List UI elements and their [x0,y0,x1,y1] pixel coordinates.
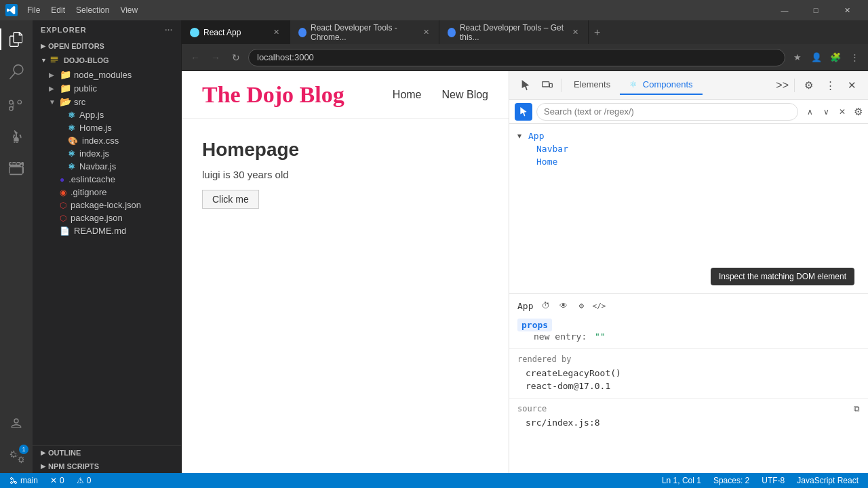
activity-explorer[interactable] [0,23,33,56]
activity-search[interactable] [0,56,33,88]
app-body: 1 EXPLORER ··· ▶ OPEN EDITORS ▼ DOJO-BLO… [0,20,868,473]
status-position[interactable]: Ln 1, Col 1 [659,476,704,485]
status-errors[interactable]: ✕ 0 [47,476,67,485]
forward-button[interactable]: → [208,49,224,66]
npm-scripts-section[interactable]: ▶ NPM SCRIPTS [33,460,181,473]
search-settings-button[interactable]: ⚙ [854,106,863,118]
branch-icon [9,476,18,485]
sidebar-item-home-js[interactable]: ▶ ⚛ Home.js [33,121,181,134]
toolbar-separator-2 [794,79,795,92]
browser-tab-devtools-1[interactable]: React Developer Tools - Chrome... ✕ [290,20,439,44]
devtools-settings-button[interactable]: ⚙ [797,75,819,96]
webpage-nav: The Dojo Blog Home New Blog [182,71,509,119]
sidebar-item-label: App.js [79,110,104,120]
back-button[interactable]: ← [187,49,203,66]
responsive-mode-button[interactable] [536,75,558,96]
components-tab-label: Components [643,79,693,89]
devtools-search-input[interactable] [536,103,798,121]
sidebar-item-package-json[interactable]: ▶ ⬡ package.json [33,211,181,224]
menu-selection[interactable]: Selection [72,4,113,16]
sidebar-item-app-js[interactable]: ▶ ⚛ App.js [33,108,181,121]
search-clear-button[interactable]: ✕ [835,104,850,119]
sidebar-item-gitignore[interactable]: ▶ ◉ .gitignore [33,186,181,199]
explorer-more[interactable]: ··· [165,26,173,34]
copy-source-button[interactable]: ⧉ [854,404,860,413]
menu-view[interactable]: View [116,4,142,16]
minimize-button[interactable]: — [769,0,800,20]
menu-file[interactable]: File [23,4,44,16]
browser-tab-react-app[interactable]: React App ✕ [182,20,290,44]
component-selector-button[interactable] [515,103,532,121]
activity-source-control[interactable] [0,88,33,121]
status-warnings[interactable]: ⚠ 0 [74,476,94,485]
status-spaces[interactable]: Spaces: 2 [711,476,752,485]
url-bar[interactable]: localhost:3000 [248,49,785,66]
sidebar-item-src[interactable]: ▼ 📂 src [33,95,181,108]
profile-icon[interactable]: 👤 [808,49,825,66]
devtools-close-button[interactable]: ✕ [841,75,863,96]
element-picker-button[interactable] [515,75,536,96]
source-section: source ⧉ src/index.js:8 [509,398,868,434]
status-language[interactable]: JavaScript React [794,476,861,485]
sidebar-item-package-lock[interactable]: ▶ ⬡ package-lock.json [33,199,181,211]
webpage-body: Homepage luigi is 30 years old Click me [182,119,509,229]
code-button[interactable]: </> [591,298,606,313]
rendered-by-section: rendered by createLegacyRoot() react-dom… [509,348,868,398]
search-prev-button[interactable]: ∧ [802,104,817,119]
sidebar-item-eslintcache[interactable]: ▶ ● .eslintcache [33,173,181,186]
activity-run-debug[interactable] [0,121,33,153]
open-editors-section[interactable]: ▶ OPEN EDITORS [33,39,181,53]
explorer-title: EXPLORER [41,26,87,34]
status-branch[interactable]: main [7,476,41,485]
tab-components[interactable]: ⚛ Components [620,75,702,95]
browser-chrome: ← → ↻ localhost:3000 ★ 👤 🧩 ⋮ [182,44,868,71]
status-encoding[interactable]: UTF-8 [759,476,787,485]
reload-button[interactable]: ↻ [228,49,244,66]
browser-menu-button[interactable]: ⋮ [846,49,863,66]
nav-link-home[interactable]: Home [393,89,422,101]
devtools-menu-button[interactable]: ⋮ [819,75,841,96]
activity-account[interactable] [0,408,33,441]
rendered-by-item-0[interactable]: createLegacyRoot() [517,367,860,380]
project-icon [50,56,59,65]
eye-button[interactable]: 👁 [556,298,571,313]
activity-extensions[interactable] [0,153,33,186]
activity-settings[interactable]: 1 [0,441,33,473]
bookmark-icon[interactable]: ★ [789,49,806,66]
tree-item-app[interactable]: ▼ App [509,129,868,142]
sidebar-item-node-modules[interactable]: ▶ 📁 node_modules [33,68,181,81]
browser-tab-devtools-2[interactable]: React Developer Tools – Get this... ✕ [439,20,589,44]
tree-item-home[interactable]: ▶ Home [509,155,868,168]
outline-section[interactable]: ▶ OUTLINE [33,445,181,460]
timer-button[interactable]: ⏱ [538,298,553,313]
new-tab-button[interactable]: + [589,26,606,39]
sidebar-item-public[interactable]: ▶ 📁 public [33,81,181,95]
menu-edit[interactable]: Edit [47,4,69,16]
tab-close-button[interactable]: ✕ [271,27,281,38]
sidebar-item-navbar-js[interactable]: ▶ ⚛ Navbar.js [33,160,181,173]
tree-item-navbar[interactable]: ▶ Navbar [509,142,868,155]
webpage-title: The Dojo Blog [202,82,344,108]
react-icon: ⚛ [629,79,637,89]
click-me-button[interactable]: Click me [202,190,259,209]
outline-label: OUTLINE [48,449,81,457]
file-icon-navbarjs: ⚛ [68,162,75,171]
sidebar-item-index-css[interactable]: ▶ 🎨 index.css [33,134,181,147]
extensions-icon[interactable]: 🧩 [827,49,844,66]
content-area: React App ✕ React Developer Tools - Chro… [182,20,868,473]
tab-elements[interactable]: Elements [564,75,620,95]
nav-link-new-blog[interactable]: New Blog [442,89,488,101]
props-settings-button[interactable]: ⚙ [574,298,589,313]
sidebar-item-readme[interactable]: ▶ 📄 README.md [33,224,181,237]
close-button[interactable]: ✕ [831,0,863,20]
sidebar-item-index-js[interactable]: ▶ ⚛ index.js [33,147,181,160]
rendered-by-item-1[interactable]: react-dom@17.0.1 [517,380,860,392]
tab-close-button[interactable]: ✕ [421,27,431,38]
tab-close-button[interactable]: ✕ [570,27,580,38]
props-content: props new entry: "" [509,317,868,348]
project-section[interactable]: ▼ DOJO-BLOG [33,53,181,68]
devtools-more-button[interactable]: >> [773,79,791,92]
search-next-button[interactable]: ∨ [818,104,833,119]
warning-icon: ⚠ [77,476,84,485]
maximize-button[interactable]: □ [800,0,831,20]
